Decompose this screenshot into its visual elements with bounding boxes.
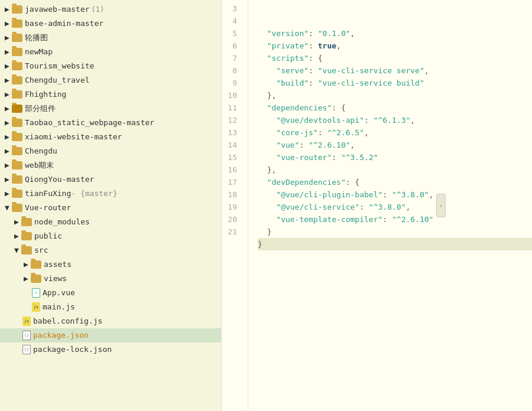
- folder-icon-xiaomi-website-master: [12, 133, 22, 141]
- line-number-15: 15: [222, 151, 242, 164]
- sidebar-item-lunbotu[interactable]: ▶轮播图: [0, 31, 221, 45]
- item-label-webqimo: web期末: [25, 159, 54, 171]
- code-line-18: "vue-template-compiler": "^2.6.10": [258, 213, 532, 226]
- folder-arrow-public[interactable]: ▶: [12, 231, 21, 241]
- sidebar-item-Vue-router[interactable]: ▼Vue-router: [0, 201, 221, 215]
- token: "vue-cli-service build": [318, 79, 424, 87]
- code-line-8: },: [258, 89, 532, 102]
- line-number-12: 12: [222, 114, 242, 126]
- code-line-7: "build": "vue-cli-service build": [258, 77, 532, 89]
- sidebar-item-babel.config.js[interactable]: jsbabel.config.js: [0, 314, 221, 328]
- sidebar-item-base-admin-master[interactable]: ▶base-admin-master: [0, 17, 221, 31]
- folder-arrow-node_modules[interactable]: ▶: [12, 217, 21, 227]
- token: "^3.8.0": [392, 190, 429, 199]
- folder-arrow-Fhighting[interactable]: ▶: [2, 90, 12, 99]
- folder-arrow-tianFuXing[interactable]: ▶: [2, 189, 12, 198]
- item-label-assets: assets: [44, 259, 72, 270]
- token: :: [309, 29, 318, 38]
- file-icon-main.js: js: [32, 302, 40, 312]
- line-number-16: 16: [222, 164, 242, 176]
- token: "^3.5.2": [341, 153, 378, 162]
- sidebar-item-assets[interactable]: ▶assets: [0, 257, 221, 272]
- folder-arrow-assets[interactable]: ▶: [21, 260, 31, 269]
- token: ,: [364, 128, 369, 137]
- folder-arrow-Taobao_static_webpage-master[interactable]: ▶: [2, 118, 12, 128]
- sidebar-item-Taobao_static_webpage-master[interactable]: ▶Taobao_static_webpage-master: [0, 116, 221, 130]
- sidebar-item-bfzj[interactable]: ▶部分组件: [0, 102, 221, 116]
- item-label-App.vue: App.vue: [43, 287, 75, 299]
- sidebar-item-Tourism_website[interactable]: ▶Tourism_website: [0, 59, 221, 73]
- token: "vue-template-compiler": [258, 215, 382, 224]
- line-number-5: 5: [222, 27, 242, 40]
- code-line-21: [258, 250, 532, 263]
- item-label-Fhighting: Fhighting: [25, 89, 66, 100]
- folder-arrow-lunbotu[interactable]: ▶: [2, 33, 12, 43]
- sidebar-item-src[interactable]: ▼src: [0, 243, 221, 257]
- folder-arrow-javaweb-master[interactable]: ▶: [2, 5, 12, 14]
- token: :: [359, 203, 369, 211]
- code-line-13: "vue-router": "^3.5.2": [258, 151, 532, 164]
- line-number-21: 21: [222, 226, 242, 238]
- code-line-12: "vue": "^2.6.10",: [258, 139, 532, 151]
- token: :: [318, 128, 327, 137]
- file-icon-App.vue: v: [32, 288, 40, 298]
- token: ,: [429, 190, 434, 199]
- item-label-base-admin-master: base-admin-master: [25, 18, 103, 30]
- line-number-17: 17: [222, 176, 242, 188]
- item-label-public: public: [34, 230, 62, 242]
- folder-arrow-src[interactable]: ▼: [12, 246, 21, 255]
- item-label-package-lock.json: package-lock.json: [33, 344, 112, 355]
- token: "version": [258, 29, 309, 38]
- sidebar-item-javaweb-master[interactable]: ▶javaweb-master(1): [0, 2, 221, 17]
- token: "^2.6.5": [327, 128, 364, 137]
- item-label-xiaomi-website-master: xiaomi-website-master: [25, 131, 122, 143]
- code-editor: 3456789101112131415161718192021 "version…: [222, 0, 532, 411]
- folder-icon-Chengdu_travel: [12, 76, 22, 84]
- sidebar-item-package-lock.json[interactable]: {}package-lock.json: [0, 342, 221, 357]
- token: : {: [332, 103, 345, 112]
- sidebar-item-Chengdu_travel[interactable]: ▶Chengdu_travel: [0, 73, 221, 87]
- folder-arrow-Chengdu_travel[interactable]: ▶: [2, 76, 12, 85]
- folder-arrow-xiaomi-website-master[interactable]: ▶: [2, 132, 12, 142]
- folder-arrow-base-admin-master[interactable]: ▶: [2, 19, 12, 28]
- sidebar-item-App.vue[interactable]: vApp.vue: [0, 286, 221, 300]
- token: "vue": [258, 141, 299, 149]
- code-line-11: "core-js": "^2.6.5",: [258, 126, 532, 139]
- line-number-20: 20: [222, 213, 242, 226]
- folder-arrow-bfzj[interactable]: ▶: [2, 104, 12, 113]
- sidebar-item-newMap[interactable]: ▶newMap: [0, 45, 221, 59]
- code-line-16: "@vue/cli-plugin-babel": "^3.8.0",: [258, 188, 532, 201]
- folder-icon-src: [21, 246, 32, 255]
- sidebar-item-Fhighting[interactable]: ▶Fhighting: [0, 87, 221, 102]
- folder-arrow-QiongYou-master[interactable]: ▶: [2, 175, 12, 184]
- sidebar-item-QiongYou-master[interactable]: ▶QiongYou-master: [0, 172, 221, 187]
- sidebar-item-xiaomi-website-master[interactable]: ▶xiaomi-website-master: [0, 130, 221, 144]
- code-content[interactable]: "version": "0.1.0", "private": true, "sc…: [248, 0, 532, 411]
- token: "build": [258, 79, 309, 87]
- sidebar-item-views[interactable]: ▶views: [0, 272, 221, 286]
- line-number-4: 4: [222, 15, 242, 27]
- line-number-10: 10: [222, 89, 242, 102]
- collapse-sidebar-button[interactable]: ‹: [436, 194, 446, 217]
- item-label-QiongYou-master: QiongYou-master: [25, 174, 94, 185]
- folder-arrow-newMap[interactable]: ▶: [2, 47, 12, 57]
- token: "^6.1.3": [374, 116, 411, 125]
- line-number-3: 3: [222, 2, 242, 15]
- sidebar-item-tianFuXing[interactable]: ▶tianFuXing - {master}: [0, 187, 221, 201]
- folder-arrow-webqimo[interactable]: ▶: [2, 161, 12, 170]
- sidebar-item-Chengdu[interactable]: ▶Chengdu: [0, 144, 221, 158]
- folder-arrow-Tourism_website[interactable]: ▶: [2, 61, 12, 71]
- sidebar-item-webqimo[interactable]: ▶web期末: [0, 158, 221, 172]
- folder-icon-assets: [31, 260, 41, 269]
- token: }: [258, 240, 262, 249]
- token: "@vue/devtools-api": [258, 116, 364, 125]
- sidebar-item-package.json[interactable]: {}package.json: [0, 328, 221, 342]
- folder-arrow-views[interactable]: ▶: [21, 274, 31, 283]
- sidebar-item-main.js[interactable]: jsmain.js: [0, 300, 221, 314]
- sidebar-item-node_modules[interactable]: ▶node_modules: [0, 215, 221, 229]
- folder-arrow-Chengdu[interactable]: ▶: [2, 146, 12, 156]
- token: }: [258, 227, 271, 236]
- folder-icon-Taobao_static_webpage-master: [12, 119, 22, 127]
- sidebar-item-public[interactable]: ▶public: [0, 229, 221, 243]
- folder-arrow-Vue-router[interactable]: ▼: [2, 203, 12, 213]
